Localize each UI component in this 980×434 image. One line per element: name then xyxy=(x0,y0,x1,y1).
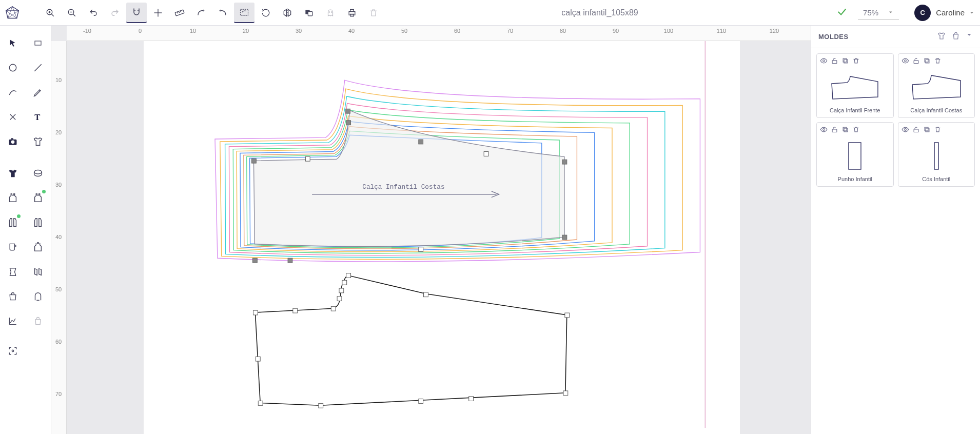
curve-left-icon[interactable] xyxy=(191,3,211,23)
svg-rect-41 xyxy=(252,159,257,163)
svg-rect-82 xyxy=(926,128,929,132)
second-pattern[interactable] xyxy=(255,275,566,406)
cup-icon[interactable] xyxy=(0,235,26,260)
svg-rect-70 xyxy=(843,58,847,62)
copy-icon[interactable] xyxy=(923,126,931,135)
zoom-select[interactable]: 75% xyxy=(858,6,899,19)
ruler-tick: 40 xyxy=(55,234,62,240)
ruler-tick: 30 xyxy=(55,182,62,188)
trash-small-icon[interactable] xyxy=(934,126,942,135)
lock-open-icon[interactable] xyxy=(912,57,920,66)
svg-point-75 xyxy=(823,129,825,131)
shopping-bag-panel-icon[interactable] xyxy=(951,31,961,42)
layers-icon[interactable] xyxy=(299,3,319,23)
user-avatar[interactable]: C xyxy=(914,5,931,21)
bag-icon[interactable] xyxy=(0,284,26,309)
svg-rect-56 xyxy=(339,288,344,293)
close-path-icon[interactable] xyxy=(0,105,26,129)
user-menu[interactable]: Caroline xyxy=(936,8,975,17)
shirt-add-icon[interactable] xyxy=(937,31,946,42)
mold-caption: Calça Infantil Frente xyxy=(830,107,880,113)
tape-measure-icon[interactable] xyxy=(26,161,51,186)
undo-icon[interactable] xyxy=(83,3,104,23)
select-tool-icon[interactable] xyxy=(0,31,26,55)
trash-icon[interactable] xyxy=(363,3,384,23)
crosshair-icon[interactable] xyxy=(148,3,168,23)
eye-icon[interactable] xyxy=(901,57,909,66)
rectangle-tool-icon[interactable] xyxy=(26,31,51,55)
svg-rect-44 xyxy=(346,121,351,125)
zoom-out-icon[interactable] xyxy=(62,3,82,23)
curve-tool-icon[interactable] xyxy=(0,80,26,105)
camera-tool-icon[interactable] xyxy=(0,129,26,154)
trash-small-icon[interactable] xyxy=(852,126,860,135)
eye-icon[interactable] xyxy=(901,126,909,135)
app-logo-icon[interactable] xyxy=(5,6,19,20)
tanktop-dot-icon[interactable] xyxy=(26,186,51,210)
pattern-pieces-icon[interactable] xyxy=(26,260,51,284)
ghost-icon[interactable] xyxy=(320,3,341,23)
document-name[interactable]: calça infantil_105x89 xyxy=(561,8,638,17)
eye-icon[interactable] xyxy=(820,57,828,66)
mold-card[interactable]: Calça Infantil Costas xyxy=(898,53,975,118)
text-tool-icon[interactable]: T xyxy=(26,105,51,129)
zoom-value: 75% xyxy=(863,8,878,17)
mold-card[interactable]: Punho Infantil xyxy=(816,122,894,187)
lock-open-icon[interactable] xyxy=(831,126,838,135)
svg-rect-51 xyxy=(252,258,257,263)
shirt-filled-icon[interactable] xyxy=(0,161,26,186)
trash-small-icon[interactable] xyxy=(852,57,860,66)
circle-tool-icon[interactable] xyxy=(0,55,26,80)
svg-point-35 xyxy=(11,141,14,144)
svg-rect-47 xyxy=(562,160,567,164)
ruler-tick: 80 xyxy=(560,28,566,34)
moldes-panel: MOLDES Calça Infantil Frente Calça Infan… xyxy=(811,26,980,434)
copy-icon[interactable] xyxy=(841,126,849,135)
hanger-garment-icon[interactable] xyxy=(26,235,51,260)
copy-icon[interactable] xyxy=(923,57,931,66)
line-tool-icon[interactable] xyxy=(26,55,51,80)
shopping-bag-icon[interactable] xyxy=(26,309,51,333)
refresh-icon[interactable] xyxy=(256,3,276,23)
zoom-in-icon[interactable] xyxy=(40,3,61,23)
snap-magnet-icon[interactable] xyxy=(126,3,147,23)
mold-card[interactable]: Calça Infantil Frente xyxy=(816,53,894,118)
tanktop-icon[interactable] xyxy=(0,186,26,210)
pattern-bounds-icon[interactable] xyxy=(234,3,254,23)
copy-icon[interactable] xyxy=(841,57,849,66)
vest-dot-icon[interactable] xyxy=(0,210,26,235)
lock-open-icon[interactable] xyxy=(831,57,838,66)
focus-frame-icon[interactable] xyxy=(0,339,26,363)
svg-rect-53 xyxy=(293,308,298,313)
print-icon[interactable] xyxy=(342,3,362,23)
svg-point-67 xyxy=(823,60,825,62)
svg-rect-74 xyxy=(925,58,928,62)
ruler-tick: 70 xyxy=(507,28,513,34)
canvas-stage[interactable]: Calça Infantil Costas xyxy=(67,41,811,434)
ruler-tick: 0 xyxy=(139,28,142,34)
chart-line-icon[interactable] xyxy=(0,309,26,333)
hood-icon[interactable] xyxy=(26,284,51,309)
svg-rect-65 xyxy=(258,401,263,405)
lock-open-icon[interactable] xyxy=(912,126,920,135)
second-pattern-handles[interactable] xyxy=(253,273,569,408)
svg-rect-72 xyxy=(914,61,918,64)
trash-small-icon[interactable] xyxy=(934,57,942,66)
ruler-icon[interactable] xyxy=(169,3,190,23)
pencil-tool-icon[interactable] xyxy=(26,80,51,105)
svg-text:T: T xyxy=(35,112,41,122)
ruler-tick: -10 xyxy=(83,28,91,34)
ruler-tick: 20 xyxy=(55,129,62,135)
chevron-down-icon[interactable] xyxy=(966,31,973,42)
chevron-down-icon xyxy=(888,9,894,15)
ruler-tick: 70 xyxy=(55,391,62,397)
eye-icon[interactable] xyxy=(820,126,828,135)
mirror-icon[interactable] xyxy=(277,3,298,23)
redo-icon[interactable] xyxy=(105,3,125,23)
bodice-icon[interactable] xyxy=(0,260,26,284)
curve-right-icon[interactable] xyxy=(212,3,233,23)
shirt-outline-icon[interactable] xyxy=(26,129,51,154)
vest-icon[interactable] xyxy=(26,210,51,235)
graded-pattern-group[interactable] xyxy=(215,80,700,261)
mold-card[interactable]: Cós Infantil xyxy=(898,122,975,187)
